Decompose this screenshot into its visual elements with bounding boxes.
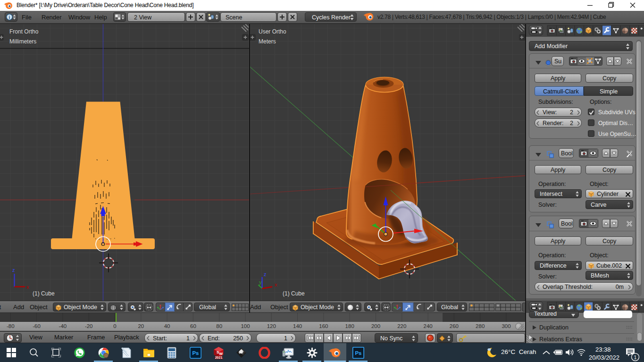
svg-text:Ps: Ps [192, 350, 199, 356]
svg-text:i: i [9, 15, 10, 20]
svg-text:z: z [12, 267, 15, 273]
svg-text:Ps: Ps [355, 350, 361, 356]
svg-text:x: x [26, 284, 29, 290]
svg-text:z: z [264, 271, 267, 277]
svg-text:2021: 2021 [215, 356, 223, 359]
svg-text:x: x [275, 282, 277, 287]
svg-text:y: y [259, 279, 262, 285]
svg-text:1: 1 [634, 354, 637, 360]
